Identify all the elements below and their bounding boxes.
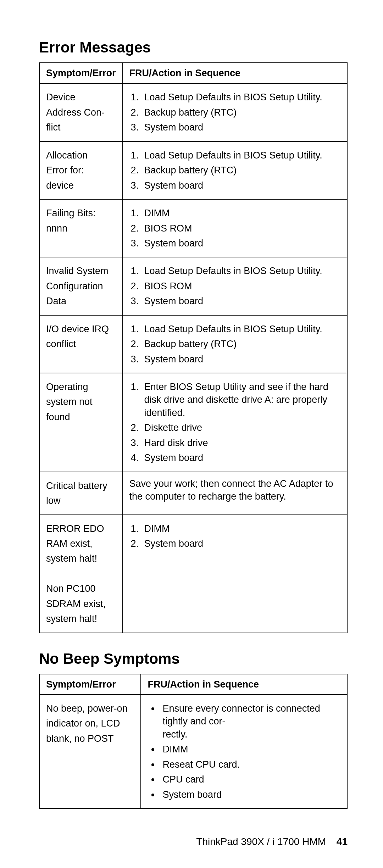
action-item: System board: [141, 179, 340, 192]
action-item: Load Setup Defaults in BIOS Setup Utilit…: [141, 265, 340, 277]
action-item: Hard disk drive: [141, 436, 340, 449]
action-item: System board: [160, 788, 340, 801]
symptom-line: flict: [46, 121, 116, 134]
symptom-line: Error for:: [46, 164, 116, 177]
symptom-line: ERROR EDO: [46, 522, 116, 535]
col-symptom-header: Symptom/Error: [39, 674, 141, 695]
action-item: Backup battery (RTC): [141, 164, 340, 177]
action-cell: Load Setup Defaults in BIOS Setup Utilit…: [123, 141, 347, 199]
table-row: ERROR EDORAM exist,system halt! Non PC10…: [39, 515, 347, 633]
symptom-line: nnnn: [46, 222, 116, 235]
symptom-line: I/O device IRQ: [46, 323, 116, 335]
action-item: BIOS ROM: [141, 280, 340, 293]
table-header-row: Symptom/Error FRU/Action in Sequence: [39, 674, 347, 695]
col-action-header: FRU/Action in Sequence: [141, 674, 347, 695]
symptom-line: Critical battery: [46, 479, 116, 492]
action-cell: Load Setup Defaults in BIOS Setup Utilit…: [123, 257, 347, 315]
symptom-cell: ERROR EDORAM exist,system halt! Non PC10…: [39, 515, 123, 633]
action-list: Ensure every connector is connected tigh…: [148, 702, 340, 801]
action-item: DIMM: [141, 207, 340, 219]
table-row: Critical batterylowSave your work; then …: [39, 472, 347, 515]
symptom-line: SDRAM exist,: [46, 597, 116, 610]
action-item: Backup battery (RTC): [141, 106, 340, 119]
table-row: DeviceAddress Con-flictLoad Setup Defaul…: [39, 83, 347, 141]
symptom-line: Operating: [46, 380, 116, 393]
symptom-line: Non PC100: [46, 582, 116, 595]
symptom-cell: No beep, power-onindicator on, LCDblank,…: [39, 695, 141, 808]
col-action-header: FRU/Action in Sequence: [123, 63, 347, 83]
action-list: DIMMBIOS ROMSystem board: [129, 207, 340, 250]
action-item: System board: [141, 451, 340, 464]
action-item: Load Setup Defaults in BIOS Setup Utilit…: [141, 149, 340, 162]
action-list: DIMMSystem board: [129, 522, 340, 550]
symptom-line: system halt!: [46, 552, 116, 565]
symptom-line: low: [46, 494, 116, 507]
table-row: I/O device IRQconflictLoad Setup Default…: [39, 315, 347, 373]
action-cell: DIMMBIOS ROMSystem board: [123, 199, 347, 257]
symptom-line: system halt!: [46, 612, 116, 625]
action-item: DIMM: [141, 522, 340, 535]
symptom-line: RAM exist,: [46, 537, 116, 550]
symptom-cell: Operatingsystem notfound: [39, 373, 123, 472]
symptom-line: Invalid System: [46, 265, 116, 277]
action-item: Enter BIOS Setup Utility and see if the …: [141, 380, 340, 419]
action-item: Diskette drive: [141, 421, 340, 434]
action-item: System board: [141, 237, 340, 250]
symptom-cell: AllocationError for:device: [39, 141, 123, 199]
action-cell: Save your work; then connect the AC Adap…: [123, 472, 347, 515]
action-cell: Ensure every connector is connected tigh…: [141, 695, 347, 808]
no-beep-table: Symptom/Error FRU/Action in Sequence No …: [39, 674, 348, 809]
action-list: Load Setup Defaults in BIOS Setup Utilit…: [129, 323, 340, 366]
action-list: Load Setup Defaults in BIOS Setup Utilit…: [129, 149, 340, 192]
symptom-line: Device: [46, 91, 116, 104]
page-footer: ThinkPad 390X / i 1700 HMM 41: [196, 836, 348, 847]
section2-title: No Beep Symptoms: [39, 650, 348, 667]
table-row: Failing Bits:nnnnDIMMBIOS ROMSystem boar…: [39, 199, 347, 257]
symptom-line: system not: [46, 395, 116, 408]
symptom-line: Allocation: [46, 149, 116, 162]
symptom-line: device: [46, 179, 116, 192]
symptom-line: Configuration: [46, 280, 116, 293]
footer-model: ThinkPad 390X / i 1700 HMM: [196, 836, 326, 847]
symptom-cell: DeviceAddress Con-flict: [39, 83, 123, 141]
table-row: No beep, power-onindicator on, LCDblank,…: [39, 695, 347, 808]
symptom-cell: Critical batterylow: [39, 472, 123, 515]
table-header-row: Symptom/Error FRU/Action in Sequence: [39, 63, 347, 83]
symptom-cell: I/O device IRQconflict: [39, 315, 123, 373]
symptom-line: conflict: [46, 338, 116, 350]
symptom-line: blank, no POST: [46, 732, 134, 745]
symptom-cell: Failing Bits:nnnn: [39, 199, 123, 257]
action-item: System board: [141, 295, 340, 307]
table-row: Operatingsystem notfoundEnter BIOS Setup…: [39, 373, 347, 472]
action-item: Reseat CPU card.: [160, 758, 340, 771]
action-item: Backup battery (RTC): [141, 338, 340, 350]
section1-title: Error Messages: [39, 39, 348, 56]
symptom-cell: Invalid SystemConfigurationData: [39, 257, 123, 315]
symptom-line: [46, 567, 116, 580]
action-text: Save your work; then connect the AC Adap…: [129, 477, 340, 503]
error-messages-table: Symptom/Error FRU/Action in Sequence Dev…: [39, 62, 348, 633]
action-item: Load Setup Defaults in BIOS Setup Utilit…: [141, 91, 340, 104]
action-item: System board: [141, 537, 340, 550]
table-row: AllocationError for:deviceLoad Setup Def…: [39, 141, 347, 199]
action-list: Load Setup Defaults in BIOS Setup Utilit…: [129, 265, 340, 307]
action-item: System board: [141, 353, 340, 366]
action-cell: Load Setup Defaults in BIOS Setup Utilit…: [123, 315, 347, 373]
action-item: System board: [141, 121, 340, 134]
action-item: BIOS ROM: [141, 222, 340, 235]
symptom-line: found: [46, 411, 116, 423]
action-item: CPU card: [160, 773, 340, 786]
symptom-line: Address Con-: [46, 106, 116, 119]
table-row: Invalid SystemConfigurationDataLoad Setu…: [39, 257, 347, 315]
action-cell: Enter BIOS Setup Utility and see if the …: [123, 373, 347, 472]
action-item: DIMM: [160, 743, 340, 756]
col-symptom-header: Symptom/Error: [39, 63, 123, 83]
action-list: Load Setup Defaults in BIOS Setup Utilit…: [129, 91, 340, 134]
symptom-line: No beep, power-on: [46, 702, 134, 715]
symptom-line: indicator on, LCD: [46, 717, 134, 730]
action-list: Enter BIOS Setup Utility and see if the …: [129, 380, 340, 464]
action-cell: Load Setup Defaults in BIOS Setup Utilit…: [123, 83, 347, 141]
action-cell: DIMMSystem board: [123, 515, 347, 633]
action-item: Ensure every connector is connected tigh…: [160, 702, 340, 741]
symptom-line: Failing Bits:: [46, 207, 116, 219]
